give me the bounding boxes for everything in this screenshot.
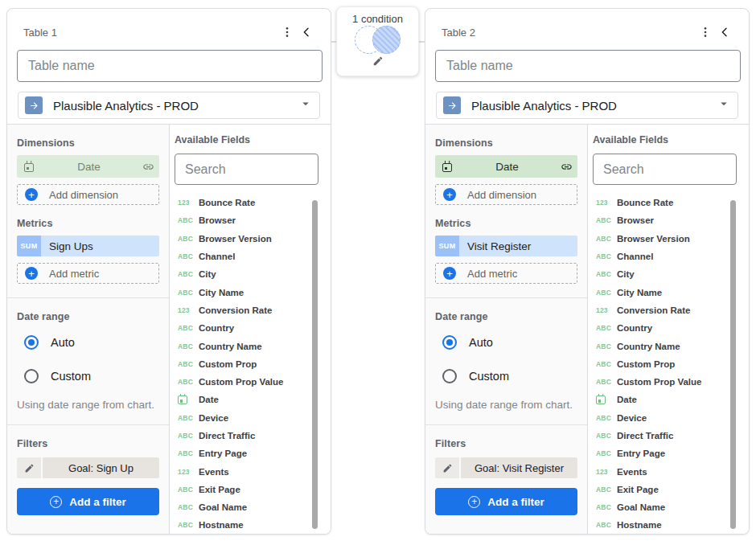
field-list-item[interactable]: ABC Browser xyxy=(593,211,749,229)
link-icon[interactable] xyxy=(555,161,577,173)
field-list-item[interactable]: ABC City xyxy=(593,265,749,283)
date-range-custom-radio[interactable]: Custom xyxy=(17,369,159,383)
radio-unselected-icon xyxy=(442,369,457,383)
field-list-item[interactable]: ABC Entry Page xyxy=(175,445,331,462)
search-input[interactable] xyxy=(593,154,737,185)
field-list-item[interactable]: ABC Custom Prop xyxy=(175,355,331,373)
join-configuration-button[interactable]: 1 condition xyxy=(336,6,419,76)
dropdown-arrow-icon xyxy=(717,96,731,114)
edit-filter-pencil-icon[interactable] xyxy=(17,457,41,478)
field-list-item[interactable]: Date xyxy=(593,391,749,408)
field-list-item[interactable]: ABC Country xyxy=(593,319,749,337)
dimension-chip-date[interactable]: Date xyxy=(17,155,159,178)
field-list-item[interactable]: ABC Direct Traffic xyxy=(593,427,749,445)
table-1-card: Table 1 Plausible Analytics - PROD Dimen… xyxy=(6,8,331,535)
field-list-item[interactable]: ABC Hostname xyxy=(175,516,331,534)
collapse-panel-icon[interactable] xyxy=(715,23,734,42)
field-list-item[interactable]: ABC Direct Traffic xyxy=(175,427,331,445)
field-type-icon: ABC xyxy=(178,360,199,368)
filter-chip[interactable]: Goal: Visit Register xyxy=(435,457,577,478)
field-type-icon: ABC xyxy=(178,432,199,440)
field-list-item[interactable]: ABC Hostname xyxy=(593,516,749,534)
add-filter-button[interactable]: + Add a filter xyxy=(435,488,577,515)
field-type-icon: ABC xyxy=(596,252,617,260)
field-list-item[interactable]: ABC Browser Version xyxy=(175,230,331,248)
plus-circle-icon: + xyxy=(50,496,62,508)
table-1-body: Dimensions Date + Add dimension Metrics … xyxy=(7,124,331,534)
add-filter-button[interactable]: + Add a filter xyxy=(17,488,159,515)
collapse-panel-icon[interactable] xyxy=(297,23,316,42)
field-list-item[interactable]: ABC Country Name xyxy=(175,337,331,354)
edit-join-pencil-icon[interactable] xyxy=(372,55,384,70)
field-list-item[interactable]: ABC City Name xyxy=(175,283,331,301)
add-metric-button[interactable]: + Add metric xyxy=(435,263,577,284)
scrollbar[interactable] xyxy=(312,200,318,529)
field-list-item[interactable]: Date xyxy=(175,391,331,408)
field-list-item[interactable]: ABC Exit Page xyxy=(593,481,749,498)
date-range-custom-radio[interactable]: Custom xyxy=(435,369,577,383)
field-list-item[interactable]: ABC Device xyxy=(593,409,749,427)
add-dimension-button[interactable]: + Add dimension xyxy=(435,184,577,205)
field-list-item[interactable]: ABC Browser xyxy=(175,211,331,229)
field-type-icon: ABC xyxy=(596,486,617,494)
more-options-icon[interactable] xyxy=(696,23,715,42)
field-type-icon: ABC xyxy=(178,521,199,529)
date-range-auto-radio[interactable]: Auto xyxy=(435,335,577,350)
table-name-input[interactable] xyxy=(435,50,741,82)
field-list-item[interactable]: ABC Goal Name xyxy=(593,498,749,516)
field-list-item[interactable]: ABC Channel xyxy=(593,248,749,265)
field-list-item[interactable]: 123 Bounce Rate xyxy=(175,194,331,211)
field-type-icon: ABC xyxy=(596,270,617,278)
field-list-item[interactable]: 123 Conversion Rate xyxy=(175,301,331,319)
field-list-item[interactable]: ABC Entry Page xyxy=(593,445,749,462)
field-type-icon: ABC xyxy=(596,378,617,386)
metrics-heading: Metrics xyxy=(17,218,159,229)
dimension-chip-date[interactable]: Date xyxy=(435,155,577,178)
link-icon[interactable] xyxy=(137,161,159,173)
field-list-item[interactable]: 123 Events xyxy=(593,462,749,480)
field-list-item[interactable]: ABC Channel xyxy=(175,248,331,265)
add-metric-button[interactable]: + Add metric xyxy=(17,263,159,284)
field-type-icon: 123 xyxy=(178,306,199,314)
field-list-item[interactable]: ABC Goal Name xyxy=(175,498,331,516)
field-list-item[interactable]: 123 Events xyxy=(175,462,331,480)
field-list-item[interactable]: ABC Custom Prop Value xyxy=(593,373,749,391)
field-list-item[interactable]: ABC Country Name xyxy=(593,337,749,354)
filter-chip[interactable]: Goal: Sign Up xyxy=(17,457,159,478)
plus-icon: + xyxy=(443,267,456,280)
field-list: 123 Bounce Rate ABC Browser ABC Browser … xyxy=(175,194,331,534)
available-fields-panel: Available Fields 123 Bounce Rate ABC Bro… xyxy=(169,125,331,534)
field-type-icon: ABC xyxy=(596,216,617,224)
table-name-input[interactable] xyxy=(17,50,323,82)
data-source-selector[interactable]: Plausible Analytics - PROD xyxy=(436,92,738,119)
filters-heading: Filters xyxy=(17,438,159,449)
field-list-item[interactable]: ABC Exit Page xyxy=(175,481,331,498)
field-list-item[interactable]: ABC Device xyxy=(175,409,331,427)
field-list-item[interactable]: ABC Custom Prop xyxy=(593,355,749,373)
field-type-icon: ABC xyxy=(178,289,199,297)
field-list-item[interactable]: ABC Custom Prop Value xyxy=(175,373,331,391)
field-list-item[interactable]: 123 Bounce Rate xyxy=(593,194,749,211)
date-range-auto-radio[interactable]: Auto xyxy=(17,335,159,350)
available-fields-heading: Available Fields xyxy=(175,134,331,145)
field-list-item[interactable]: ABC Country xyxy=(175,319,331,337)
more-options-icon[interactable] xyxy=(277,23,297,42)
dimensions-heading: Dimensions xyxy=(17,137,159,149)
field-type-icon: 123 xyxy=(596,306,617,314)
filter-chip-label: Goal: Sign Up xyxy=(43,457,159,478)
data-source-selector[interactable]: Plausible Analytics - PROD xyxy=(18,92,320,119)
metric-chip[interactable]: SUM Visit Register xyxy=(435,236,577,256)
add-dimension-button[interactable]: + Add dimension xyxy=(17,184,159,205)
data-source-icon xyxy=(443,96,461,114)
field-list-item[interactable]: 123 Conversion Rate xyxy=(593,301,749,319)
field-list-item[interactable]: ABC City xyxy=(175,265,331,283)
field-list-item[interactable]: ABC Browser Version xyxy=(593,230,749,248)
field-type-icon: ABC xyxy=(178,378,199,386)
search-input[interactable] xyxy=(175,154,318,185)
field-type-icon: ABC xyxy=(596,289,617,297)
field-type-icon: 123 xyxy=(596,199,617,207)
scrollbar[interactable] xyxy=(730,200,736,529)
field-list-item[interactable]: ABC City Name xyxy=(593,283,749,301)
edit-filter-pencil-icon[interactable] xyxy=(435,457,459,478)
metric-chip[interactable]: SUM Sign Ups xyxy=(17,236,159,256)
